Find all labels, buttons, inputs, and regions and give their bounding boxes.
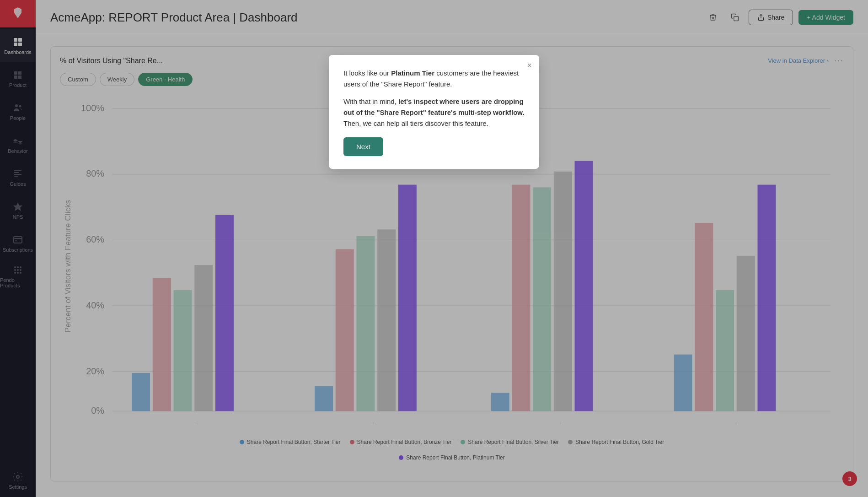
insight-modal: × It looks like our Platinum Tier custom… — [329, 55, 539, 169]
modal-overlay: × It looks like our Platinum Tier custom… — [0, 0, 868, 497]
modal-bold-platinum: Platinum Tier — [391, 69, 434, 77]
modal-paragraph-2: With that in mind, let's inspect where u… — [343, 96, 525, 129]
modal-paragraph-1: It looks like our Platinum Tier customer… — [343, 68, 525, 90]
modal-bold-inspect: let's inspect where users are dropping o… — [343, 97, 525, 116]
modal-body: It looks like our Platinum Tier customer… — [343, 68, 525, 129]
next-button[interactable]: Next — [343, 137, 383, 156]
modal-close-button[interactable]: × — [527, 61, 532, 70]
